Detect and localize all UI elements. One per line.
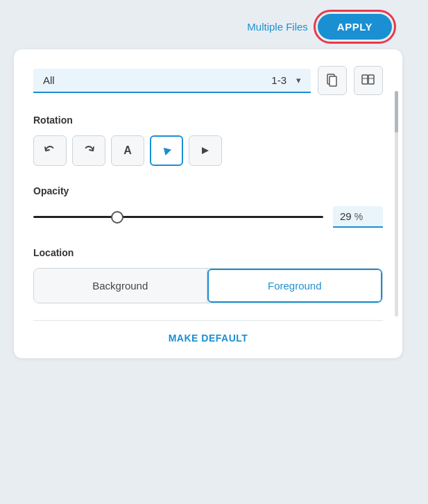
svg-rect-3 (368, 75, 374, 84)
no-rotation-label: A (123, 144, 132, 157)
opacity-input-box[interactable]: 29 % (333, 206, 383, 228)
rotation-label: Rotation (33, 115, 383, 126)
svg-marker-7 (202, 147, 209, 154)
diagonal-rotation-button[interactable] (150, 135, 183, 166)
view-double-button[interactable] (354, 66, 383, 95)
svg-marker-6 (161, 145, 172, 156)
view-single-button[interactable] (318, 66, 347, 95)
double-page-icon (361, 73, 376, 88)
svg-rect-2 (362, 75, 368, 84)
make-default-row: MAKE DEFAULT (33, 332, 383, 344)
rotation-section: Rotation A (33, 115, 383, 166)
rotate-cw-icon (81, 143, 96, 158)
location-buttons: Background Foreground (33, 268, 383, 303)
background-button[interactable]: Background (34, 269, 207, 303)
range-value: 1-3 (271, 74, 286, 86)
opacity-section: Opacity 29 % (33, 185, 383, 228)
all-label: All (43, 74, 266, 86)
scrollbar-thumb[interactable] (395, 91, 398, 133)
opacity-slider-track[interactable] (33, 216, 323, 218)
rotate-cw-button[interactable] (72, 135, 105, 166)
opacity-slider-thumb[interactable] (111, 211, 123, 224)
settings-card: All 1-3 ▾ Rotation (14, 49, 402, 358)
opacity-percent: % (354, 211, 363, 222)
diagonal-arrow-icon (160, 144, 173, 158)
page-range-row: All 1-3 ▾ (33, 66, 383, 95)
right-rotation-button[interactable] (189, 135, 222, 166)
location-label: Location (33, 247, 383, 258)
section-divider (33, 320, 383, 321)
page-range-select[interactable]: All 1-3 ▾ (33, 69, 311, 93)
single-page-icon (325, 73, 340, 88)
opacity-row: 29 % (33, 206, 383, 228)
no-rotation-button[interactable]: A (111, 135, 144, 166)
scrollbar-track[interactable] (395, 91, 398, 317)
rotation-buttons: A (33, 135, 383, 166)
right-arrow-icon (198, 144, 212, 158)
location-section: Location Background Foreground (33, 247, 383, 303)
foreground-button[interactable]: Foreground (207, 269, 383, 303)
make-default-button[interactable]: MAKE DEFAULT (169, 333, 248, 344)
apply-button[interactable]: APPLY (318, 14, 392, 40)
multiple-files-link[interactable]: Multiple Files (247, 21, 308, 33)
chevron-down-icon: ▾ (296, 75, 301, 85)
opacity-value: 29 (340, 210, 352, 222)
top-bar: Multiple Files APPLY (14, 14, 414, 40)
rotate-ccw-button[interactable] (33, 135, 67, 166)
svg-rect-1 (329, 76, 336, 86)
opacity-label: Opacity (33, 185, 383, 196)
rotate-ccw-icon (42, 143, 58, 158)
